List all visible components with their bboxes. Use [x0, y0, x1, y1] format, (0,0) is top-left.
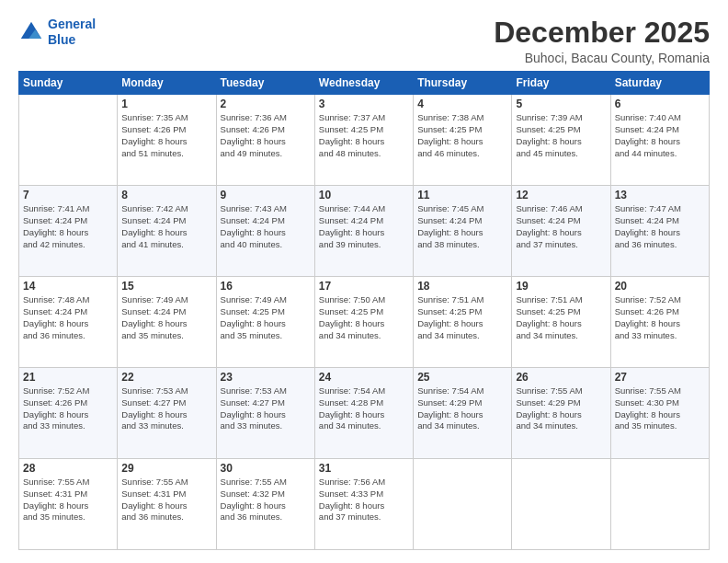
calendar-cell: 12Sunrise: 7:46 AM Sunset: 4:24 PM Dayli…	[512, 186, 610, 277]
calendar-cell: 25Sunrise: 7:54 AM Sunset: 4:29 PM Dayli…	[414, 368, 512, 459]
calendar-cell: 20Sunrise: 7:52 AM Sunset: 4:26 PM Dayli…	[610, 277, 709, 368]
day-number: 7	[23, 189, 113, 201]
day-info: Sunrise: 7:51 AM Sunset: 4:25 PM Dayligh…	[516, 294, 606, 341]
calendar-cell: 9Sunrise: 7:43 AM Sunset: 4:24 PM Daylig…	[216, 186, 314, 277]
calendar-cell: 16Sunrise: 7:49 AM Sunset: 4:25 PM Dayli…	[216, 277, 314, 368]
day-info: Sunrise: 7:37 AM Sunset: 4:25 PM Dayligh…	[319, 112, 409, 159]
calendar-header-row: SundayMondayTuesdayWednesdayThursdayFrid…	[19, 72, 710, 95]
day-info: Sunrise: 7:55 AM Sunset: 4:31 PM Dayligh…	[23, 477, 113, 523]
calendar-cell	[19, 95, 118, 186]
calendar-cell: 2Sunrise: 7:36 AM Sunset: 4:26 PM Daylig…	[216, 95, 314, 186]
calendar-cell: 19Sunrise: 7:51 AM Sunset: 4:25 PM Dayli…	[512, 277, 610, 368]
calendar-cell: 28Sunrise: 7:55 AM Sunset: 4:31 PM Dayli…	[19, 459, 118, 550]
day-number: 17	[319, 280, 409, 293]
day-info: Sunrise: 7:43 AM Sunset: 4:24 PM Dayligh…	[221, 203, 311, 250]
main-title: December 2025	[494, 17, 710, 49]
calendar-week-row: 21Sunrise: 7:52 AM Sunset: 4:26 PM Dayli…	[19, 368, 710, 459]
day-number: 11	[417, 189, 507, 201]
day-number: 15	[121, 280, 211, 293]
calendar-cell: 7Sunrise: 7:41 AM Sunset: 4:24 PM Daylig…	[19, 186, 118, 277]
calendar-week-row: 14Sunrise: 7:48 AM Sunset: 4:24 PM Dayli…	[19, 277, 710, 368]
calendar-cell	[414, 459, 512, 550]
calendar-cell: 4Sunrise: 7:38 AM Sunset: 4:25 PM Daylig…	[414, 95, 512, 186]
day-number: 8	[121, 189, 211, 201]
day-info: Sunrise: 7:39 AM Sunset: 4:25 PM Dayligh…	[516, 112, 606, 159]
day-info: Sunrise: 7:52 AM Sunset: 4:26 PM Dayligh…	[23, 385, 113, 432]
calendar-cell: 26Sunrise: 7:55 AM Sunset: 4:29 PM Dayli…	[512, 368, 610, 459]
calendar-cell: 15Sunrise: 7:49 AM Sunset: 4:24 PM Dayli…	[118, 277, 216, 368]
calendar-cell	[512, 459, 610, 550]
calendar-week-row: 1Sunrise: 7:35 AM Sunset: 4:26 PM Daylig…	[19, 95, 710, 186]
day-number: 24	[319, 371, 409, 384]
calendar-cell: 5Sunrise: 7:39 AM Sunset: 4:25 PM Daylig…	[512, 95, 610, 186]
day-info: Sunrise: 7:55 AM Sunset: 4:29 PM Dayligh…	[516, 385, 606, 432]
logo-icon	[18, 19, 44, 45]
day-number: 13	[615, 189, 705, 201]
calendar-cell: 14Sunrise: 7:48 AM Sunset: 4:24 PM Dayli…	[19, 277, 118, 368]
day-number: 1	[121, 98, 211, 110]
day-info: Sunrise: 7:53 AM Sunset: 4:27 PM Dayligh…	[121, 385, 211, 432]
weekday-header: Monday	[118, 72, 216, 95]
calendar-cell: 3Sunrise: 7:37 AM Sunset: 4:25 PM Daylig…	[314, 95, 413, 186]
day-info: Sunrise: 7:49 AM Sunset: 4:25 PM Dayligh…	[221, 294, 311, 341]
page: General Blue December 2025 Buhoci, Bacau…	[0, 0, 728, 563]
calendar-cell: 6Sunrise: 7:40 AM Sunset: 4:24 PM Daylig…	[610, 95, 709, 186]
day-info: Sunrise: 7:55 AM Sunset: 4:32 PM Dayligh…	[221, 477, 311, 523]
day-info: Sunrise: 7:38 AM Sunset: 4:25 PM Dayligh…	[417, 112, 507, 159]
day-info: Sunrise: 7:55 AM Sunset: 4:30 PM Dayligh…	[615, 385, 705, 432]
calendar-cell: 17Sunrise: 7:50 AM Sunset: 4:25 PM Dayli…	[314, 277, 413, 368]
day-info: Sunrise: 7:47 AM Sunset: 4:24 PM Dayligh…	[615, 203, 705, 250]
day-info: Sunrise: 7:35 AM Sunset: 4:26 PM Dayligh…	[121, 112, 211, 159]
calendar-cell: 23Sunrise: 7:53 AM Sunset: 4:27 PM Dayli…	[216, 368, 314, 459]
day-number: 19	[516, 280, 606, 293]
calendar-cell: 24Sunrise: 7:54 AM Sunset: 4:28 PM Dayli…	[314, 368, 413, 459]
day-number: 31	[319, 462, 409, 475]
day-number: 21	[23, 371, 113, 384]
day-number: 2	[221, 98, 311, 110]
day-number: 18	[417, 280, 507, 293]
day-number: 3	[319, 98, 409, 110]
day-info: Sunrise: 7:55 AM Sunset: 4:31 PM Dayligh…	[121, 477, 211, 523]
day-info: Sunrise: 7:53 AM Sunset: 4:27 PM Dayligh…	[221, 385, 311, 432]
day-number: 16	[221, 280, 311, 293]
day-info: Sunrise: 7:50 AM Sunset: 4:25 PM Dayligh…	[319, 294, 409, 341]
day-info: Sunrise: 7:54 AM Sunset: 4:29 PM Dayligh…	[417, 385, 507, 432]
calendar-cell: 30Sunrise: 7:55 AM Sunset: 4:32 PM Dayli…	[216, 459, 314, 550]
day-info: Sunrise: 7:48 AM Sunset: 4:24 PM Dayligh…	[23, 294, 113, 341]
day-info: Sunrise: 7:46 AM Sunset: 4:24 PM Dayligh…	[516, 203, 606, 250]
day-number: 23	[221, 371, 311, 384]
logo-text: General Blue	[48, 17, 96, 48]
calendar-cell: 8Sunrise: 7:42 AM Sunset: 4:24 PM Daylig…	[118, 186, 216, 277]
day-number: 20	[615, 280, 705, 293]
day-number: 14	[23, 280, 113, 293]
day-info: Sunrise: 7:49 AM Sunset: 4:24 PM Dayligh…	[121, 294, 211, 341]
day-info: Sunrise: 7:54 AM Sunset: 4:28 PM Dayligh…	[319, 385, 409, 432]
calendar-cell: 10Sunrise: 7:44 AM Sunset: 4:24 PM Dayli…	[314, 186, 413, 277]
day-info: Sunrise: 7:42 AM Sunset: 4:24 PM Dayligh…	[121, 203, 211, 250]
day-number: 30	[221, 462, 311, 475]
day-number: 27	[615, 371, 705, 384]
day-number: 9	[221, 189, 311, 201]
weekday-header: Saturday	[610, 72, 709, 95]
calendar-week-row: 7Sunrise: 7:41 AM Sunset: 4:24 PM Daylig…	[19, 186, 710, 277]
day-number: 22	[121, 371, 211, 384]
title-block: December 2025 Buhoci, Bacau County, Roma…	[494, 17, 710, 65]
day-number: 6	[615, 98, 705, 110]
calendar-cell: 1Sunrise: 7:35 AM Sunset: 4:26 PM Daylig…	[118, 95, 216, 186]
day-info: Sunrise: 7:41 AM Sunset: 4:24 PM Dayligh…	[23, 203, 113, 250]
day-number: 12	[516, 189, 606, 201]
day-info: Sunrise: 7:45 AM Sunset: 4:24 PM Dayligh…	[417, 203, 507, 250]
weekday-header: Friday	[512, 72, 610, 95]
weekday-header: Sunday	[19, 72, 118, 95]
day-info: Sunrise: 7:36 AM Sunset: 4:26 PM Dayligh…	[221, 112, 311, 159]
calendar-cell: 18Sunrise: 7:51 AM Sunset: 4:25 PM Dayli…	[414, 277, 512, 368]
day-number: 28	[23, 462, 113, 475]
calendar-cell	[610, 459, 709, 550]
calendar-week-row: 28Sunrise: 7:55 AM Sunset: 4:31 PM Dayli…	[19, 459, 710, 550]
day-number: 29	[121, 462, 211, 475]
weekday-header: Tuesday	[216, 72, 314, 95]
calendar-cell: 13Sunrise: 7:47 AM Sunset: 4:24 PM Dayli…	[610, 186, 709, 277]
day-number: 10	[319, 189, 409, 201]
weekday-header: Thursday	[414, 72, 512, 95]
logo: General Blue	[18, 17, 96, 48]
